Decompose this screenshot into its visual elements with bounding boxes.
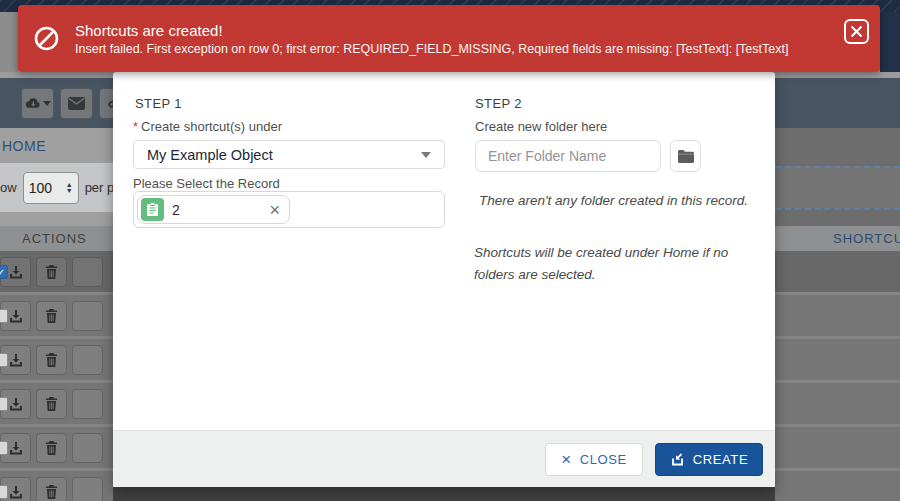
table-row[interactable] [0,427,115,468]
page-background-left [0,12,18,72]
modal-footer: × CLOSE CREATE [113,430,775,487]
remove-record-icon[interactable]: × [269,201,280,219]
download-icon [9,485,23,499]
cloud-download-icon [24,97,41,110]
folder-icon [678,150,694,163]
dashed-dropzone [775,166,900,208]
ban-icon [34,26,59,51]
email-button[interactable] [60,88,93,119]
home-link[interactable]: HOME [0,138,46,154]
trash-icon [45,265,58,279]
error-text-block: Shortcuts are created! Insert failed. Fi… [75,22,788,56]
table-row[interactable] [775,383,900,424]
divider [0,212,115,226]
dashed-dropzone-edge [775,208,900,226]
trash-icon [45,441,58,455]
background-band [775,128,900,166]
table-row[interactable] [775,295,900,336]
pagination-band: ow 100 ▲▼ per p [0,163,115,212]
delete-button[interactable] [36,257,67,287]
actions-column-header: ACTIONS [0,231,87,246]
download-icon [9,265,23,279]
delete-button[interactable] [36,477,67,501]
delete-button[interactable] [36,433,67,463]
new-folder-label: Create new folder here [475,119,607,134]
delete-button[interactable] [36,345,67,375]
trash-icon [45,485,58,499]
required-asterisk: * [133,119,138,134]
row-checkbox[interactable]: ✓ [0,265,8,279]
trash-icon [45,397,58,411]
record-select-label: Please Select the Record [133,176,280,191]
page-size-stepper[interactable]: 100 ▲▼ [23,172,79,204]
delete-button[interactable] [36,389,67,419]
table-row[interactable] [0,339,115,380]
background-right-column: SHORTCUT [775,72,900,501]
row-checkbox[interactable] [0,485,8,499]
error-toast: Shortcuts are created! Insert failed. Fi… [18,5,880,72]
more-actions-button[interactable] [72,301,103,331]
selected-record-pill[interactable]: 2 × [137,195,290,224]
download-icon [9,397,23,411]
toolbar [0,78,115,128]
page: HOME ow 100 ▲▼ per p ACTIONS ✓ [0,0,900,501]
table-row[interactable] [775,251,900,292]
error-message: Insert failed. First exception on row 0;… [75,42,788,56]
close-x-icon: × [561,451,572,468]
cloud-download-button[interactable] [21,88,54,119]
shortcut-column-header: SHORTCUT [775,231,900,246]
toolbar-right [775,78,900,128]
table-row[interactable] [0,471,115,501]
step2-title: STEP 2 [475,96,522,111]
stepper-arrows-icon[interactable]: ▲▼ [66,182,73,194]
record-pill-value: 2 [172,202,261,218]
more-actions-button[interactable] [72,433,103,463]
download-icon [9,441,23,455]
more-actions-button[interactable] [72,257,103,287]
background-left-column: HOME ow 100 ▲▼ per p ACTIONS ✓ [0,72,115,501]
folder-name-input[interactable] [475,140,661,172]
trash-icon [45,309,58,323]
shortcut-under-dropdown[interactable]: My Example Object [133,140,445,169]
row-checkbox[interactable] [0,441,8,455]
page-background-right [880,12,900,78]
pagination-suffix: per p [85,180,115,195]
record-icon [141,198,164,221]
table-header-right: SHORTCUT [775,226,900,251]
dropdown-caret-icon [43,101,51,106]
breadcrumb-band: HOME [0,128,115,163]
page-size-value: 100 [29,180,52,196]
table-row[interactable]: ✓ [0,251,115,292]
no-folder-note: There aren't any folder created in this … [479,190,751,212]
error-title: Shortcuts are created! [75,22,788,39]
row-checkbox[interactable] [0,309,8,323]
more-actions-button[interactable] [72,345,103,375]
more-actions-button[interactable] [72,389,103,419]
delete-button[interactable] [36,301,67,331]
table-row[interactable] [775,471,900,501]
record-select-input[interactable]: 2 × [133,191,445,228]
table-row[interactable] [775,339,900,380]
create-button[interactable]: CREATE [655,443,763,476]
dropdown-selected-value: My Example Object [147,147,273,163]
table-rows-right [775,251,900,501]
step1-title: STEP 1 [135,96,182,111]
table-header-left: ACTIONS [0,226,115,251]
table-rows-left: ✓ [0,251,115,501]
toast-close-button[interactable] [844,19,869,44]
table-row[interactable] [775,427,900,468]
create-shortcut-modal: STEP 1 *Create shortcut(s) under My Exam… [113,72,775,487]
create-folder-button[interactable] [670,140,701,172]
table-row[interactable] [0,383,115,424]
download-icon [9,309,23,323]
row-checkbox[interactable] [0,353,8,367]
close-button[interactable]: × CLOSE [545,443,643,476]
trash-icon [45,353,58,367]
create-shortcut-icon [670,452,685,467]
envelope-icon [68,97,85,110]
row-checkbox[interactable] [0,397,8,411]
home-fallback-note: Shortcuts will be created under Home if … [474,242,766,287]
table-row[interactable] [0,295,115,336]
more-actions-button[interactable] [72,477,103,501]
close-icon [850,25,863,38]
